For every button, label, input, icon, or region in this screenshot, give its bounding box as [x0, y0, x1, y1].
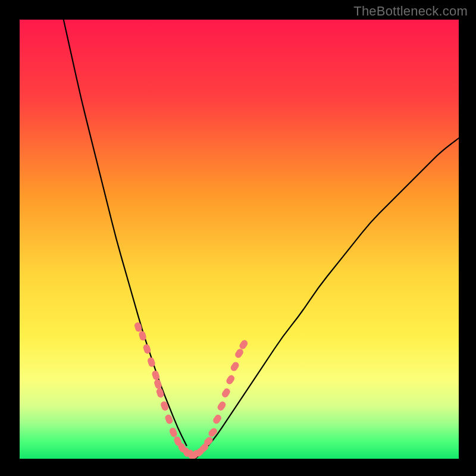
chart-stage: TheBottleneck.com [0, 0, 476, 476]
bottleneck-chart [0, 0, 476, 476]
gradient-backdrop [20, 20, 459, 459]
watermark-text: TheBottleneck.com [353, 4, 468, 19]
